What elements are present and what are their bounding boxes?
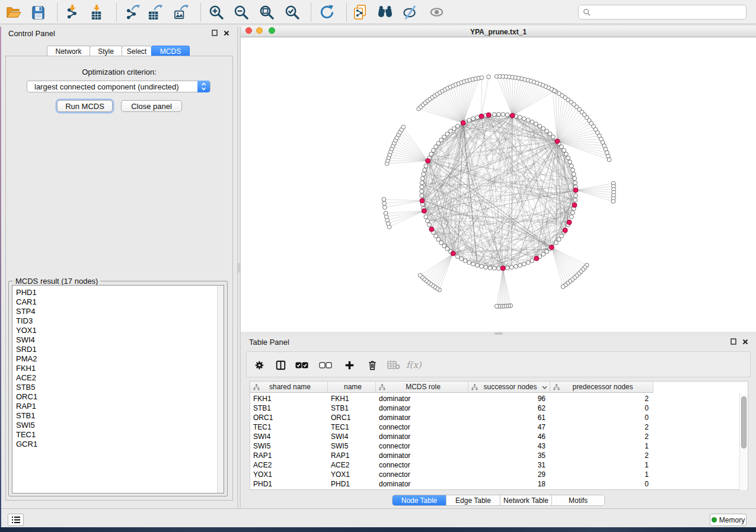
mcds-list-scrollbar[interactable] <box>217 286 224 493</box>
mcds-result-item[interactable]: YOX1 <box>16 326 224 335</box>
cell-MCDS-role[interactable]: dominator <box>379 451 465 460</box>
import-network-icon[interactable] <box>62 2 82 22</box>
network-graph[interactable] <box>241 37 756 332</box>
cell-MCDS-role[interactable]: connector <box>379 460 465 470</box>
gear-icon[interactable] <box>250 356 268 374</box>
cell-MCDS-role[interactable]: connector <box>379 422 465 432</box>
column-header-MCDS-role[interactable]: MCDS role <box>376 382 468 393</box>
tab-mcds[interactable]: MCDS <box>151 46 190 56</box>
mcds-result-item[interactable]: PMA2 <box>16 354 224 364</box>
cell-name[interactable]: SWI4 <box>331 432 373 441</box>
mcds-result-item[interactable]: GCR1 <box>16 440 224 449</box>
cell-successor-nodes[interactable]: 61 <box>468 413 546 422</box>
tab-network-table[interactable]: Network Table <box>500 495 552 505</box>
cell-name[interactable]: RAP1 <box>331 451 373 460</box>
cell-shared-name[interactable]: SWI5 <box>253 441 325 451</box>
table-row[interactable]: TEC1TEC1connector472 <box>250 422 740 432</box>
tab-select[interactable]: Select <box>122 46 152 56</box>
memory-button[interactable]: Memory <box>710 514 747 526</box>
tab-motifs[interactable]: Motifs <box>552 495 604 505</box>
mcds-result-item[interactable]: SRD1 <box>16 345 224 354</box>
mcds-result-item[interactable]: PHD1 <box>16 288 224 297</box>
cell-predecessor-nodes[interactable]: 2 <box>550 451 649 460</box>
table-row[interactable]: STB1STB1dominator620 <box>250 403 740 413</box>
table-scrollbar-thumb[interactable] <box>741 396 747 448</box>
mcds-result-item[interactable]: TEC1 <box>16 430 224 440</box>
column-header-predecessor-nodes[interactable]: predecessor nodes <box>550 382 653 393</box>
cell-name[interactable]: SWI5 <box>331 441 373 451</box>
float-panel-icon[interactable] <box>212 30 218 36</box>
tab-network[interactable]: Network <box>47 46 90 56</box>
mcds-result-item[interactable]: STP4 <box>16 307 224 316</box>
cell-shared-name[interactable]: FKH1 <box>253 394 325 403</box>
close-panel-button[interactable]: Close panel <box>121 100 182 112</box>
cell-shared-name[interactable]: SWI4 <box>253 432 325 441</box>
import-table-icon[interactable] <box>87 2 107 22</box>
cell-successor-nodes[interactable]: 46 <box>468 432 546 441</box>
cell-shared-name[interactable]: ORC1 <box>253 413 325 422</box>
zoom-fit-icon[interactable] <box>256 2 276 22</box>
cell-successor-nodes[interactable]: 43 <box>468 441 546 451</box>
run-mcds-button[interactable]: Run MCDS <box>57 100 113 112</box>
table-row[interactable]: YOX1YOX1connector291 <box>250 470 740 479</box>
tab-style[interactable]: Style <box>90 46 122 56</box>
cell-MCDS-role[interactable]: connector <box>379 470 465 479</box>
export-network-icon[interactable] <box>123 2 143 22</box>
cell-MCDS-role[interactable]: dominator <box>379 479 465 489</box>
cell-predecessor-nodes[interactable]: 2 <box>550 394 649 403</box>
cell-MCDS-role[interactable]: dominator <box>379 394 465 403</box>
mcds-result-item[interactable]: STB5 <box>16 383 224 392</box>
tab-edge-table[interactable]: Edge Table <box>446 495 500 505</box>
cell-successor-nodes[interactable]: 62 <box>468 403 546 413</box>
mcds-result-item[interactable]: RAP1 <box>16 402 224 411</box>
cell-name[interactable]: ORC1 <box>331 413 373 422</box>
cell-MCDS-role[interactable]: dominator <box>379 403 465 413</box>
cell-predecessor-nodes[interactable]: 1 <box>550 470 649 479</box>
table-row[interactable]: ACE2ACE2connector311 <box>250 460 740 470</box>
cell-MCDS-role[interactable]: dominator <box>379 432 465 441</box>
task-history-button[interactable] <box>8 514 24 526</box>
column-header-shared-name[interactable]: shared name <box>250 382 328 393</box>
cell-successor-nodes[interactable]: 35 <box>468 451 546 460</box>
cell-shared-name[interactable]: STB1 <box>253 403 325 413</box>
cell-shared-name[interactable]: PHD1 <box>253 479 325 489</box>
cell-name[interactable]: FKH1 <box>331 394 373 403</box>
save-session-icon[interactable] <box>28 2 48 22</box>
tab-node-table[interactable]: Node Table <box>393 495 446 505</box>
mcds-result-item[interactable]: ACE2 <box>16 373 224 383</box>
cell-name[interactable]: PHD1 <box>331 479 373 489</box>
zoom-in-icon[interactable] <box>206 2 226 22</box>
zoom-selected-icon[interactable] <box>282 2 302 22</box>
export-table-icon[interactable] <box>145 2 165 22</box>
criterion-select[interactable]: largest connected component (undirected) <box>27 81 210 92</box>
mcds-result-item[interactable]: SWI4 <box>16 335 224 345</box>
show-graphics-details-icon[interactable] <box>426 2 446 22</box>
cell-predecessor-nodes[interactable]: 1 <box>550 441 649 451</box>
cell-predecessor-nodes[interactable]: 0 <box>550 403 649 413</box>
cell-name[interactable]: STB1 <box>331 403 373 413</box>
column-header-name[interactable]: name <box>328 382 376 393</box>
node-table[interactable]: shared namenameMCDS rolesuccessor nodesp… <box>250 381 748 490</box>
cell-predecessor-nodes[interactable]: 2 <box>550 422 649 432</box>
mcds-result-item[interactable]: ORC1 <box>16 392 224 402</box>
export-image-icon[interactable] <box>171 2 192 22</box>
cell-shared-name[interactable]: RAP1 <box>253 451 325 460</box>
cell-name[interactable]: YOX1 <box>331 470 373 479</box>
cell-MCDS-role[interactable]: connector <box>379 441 465 451</box>
cell-successor-nodes[interactable]: 29 <box>468 470 546 479</box>
cell-successor-nodes[interactable]: 96 <box>468 394 546 403</box>
cell-predecessor-nodes[interactable]: 0 <box>550 413 649 422</box>
open-file-icon[interactable] <box>3 2 23 22</box>
table-row[interactable]: SWI5SWI5connector431 <box>250 441 740 451</box>
mcds-result-item[interactable]: STB1 <box>16 411 224 421</box>
table-row[interactable]: RAP1RAP1dominator352 <box>250 451 740 460</box>
select-all-icon[interactable] <box>293 356 311 374</box>
cell-name[interactable]: ACE2 <box>331 460 373 470</box>
deselect-all-icon[interactable] <box>317 356 334 374</box>
panel-splitter-handle[interactable] <box>238 263 240 273</box>
search-objects-icon[interactable] <box>375 2 395 22</box>
cell-successor-nodes[interactable]: 31 <box>468 460 546 470</box>
table-scrollbar[interactable] <box>739 393 747 490</box>
cell-predecessor-nodes[interactable]: 1 <box>550 460 649 470</box>
mcds-result-item[interactable]: TID3 <box>16 316 224 326</box>
